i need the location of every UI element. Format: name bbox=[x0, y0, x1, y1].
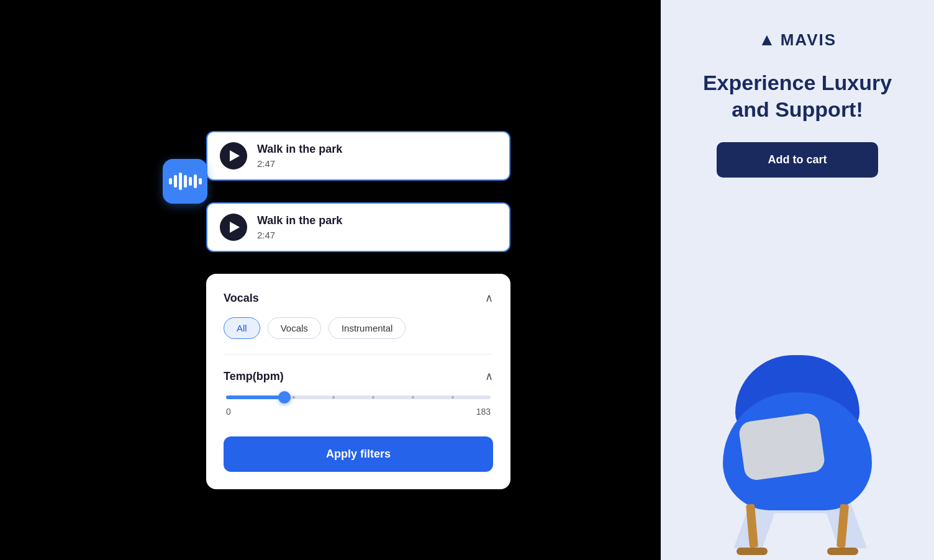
vocals-header: Vocals ∧ bbox=[224, 291, 493, 305]
mavis-logo-icon: ▲ bbox=[758, 30, 776, 50]
slider-fill bbox=[226, 395, 284, 399]
brand-logo: ▲ MAVIS bbox=[758, 30, 837, 50]
chair-foot-left bbox=[737, 548, 768, 555]
track-card-1: Walk in the park 2:47 bbox=[206, 131, 510, 181]
chair-foot-right bbox=[827, 548, 858, 555]
add-to-cart-button[interactable]: Add to cart bbox=[717, 142, 878, 178]
audio-badge bbox=[163, 159, 207, 204]
slider-dots bbox=[292, 396, 454, 399]
slider-max-label: 183 bbox=[476, 407, 491, 417]
track-name-1: Walk in the park bbox=[257, 143, 342, 156]
filter-chip-instrumental[interactable]: Instrumental bbox=[329, 317, 406, 339]
chair-area: A bbox=[683, 207, 912, 560]
vocals-section: Vocals ∧ All Vocals Instrumental bbox=[224, 291, 493, 339]
vocals-options: All Vocals Instrumental bbox=[224, 317, 493, 339]
tempo-label: Temp(bpm) bbox=[224, 370, 284, 383]
filter-chip-all[interactable]: All bbox=[224, 317, 260, 339]
audio-wave-icon bbox=[169, 173, 202, 190]
slider-thumb[interactable] bbox=[278, 391, 291, 404]
brand-tagline: Experience Luxury and Support! bbox=[683, 70, 912, 122]
right-panel: ▲ MAVIS Experience Luxury and Support! A… bbox=[661, 0, 934, 560]
filter-chip-vocals[interactable]: Vocals bbox=[268, 317, 321, 339]
play-icon-2 bbox=[230, 222, 240, 233]
play-icon-1 bbox=[230, 150, 240, 161]
track-duration-1: 2:47 bbox=[257, 158, 342, 169]
track-name-2: Walk in the park bbox=[257, 214, 342, 227]
chair-leg-left bbox=[746, 504, 758, 548]
play-button-1[interactable] bbox=[220, 142, 247, 169]
track-info-1: Walk in the park 2:47 bbox=[257, 143, 342, 169]
chair-illustration bbox=[704, 361, 891, 560]
section-divider bbox=[224, 354, 493, 355]
slider-range-labels: 0 183 bbox=[226, 407, 491, 417]
apply-filters-button[interactable]: Apply filters bbox=[224, 436, 493, 472]
slider-min-label: 0 bbox=[226, 407, 231, 417]
tempo-section: Temp(bpm) ∧ bbox=[224, 369, 493, 417]
vocals-chevron-icon[interactable]: ∧ bbox=[485, 291, 493, 305]
chair-cushion bbox=[738, 412, 826, 481]
tempo-slider-container: 0 183 bbox=[224, 395, 493, 417]
left-content: Walk in the park 2:47 Walk in the park 2… bbox=[144, 63, 517, 497]
brand-name: MAVIS bbox=[781, 30, 837, 50]
left-panel: Walk in the park 2:47 Walk in the park 2… bbox=[0, 0, 661, 560]
filter-panel: Vocals ∧ All Vocals Instrumental Temp(bp… bbox=[206, 274, 510, 489]
scene: Walk in the park 2:47 Walk in the park 2… bbox=[0, 0, 934, 560]
vocals-label: Vocals bbox=[224, 292, 259, 305]
track-card-2: Walk in the park 2:47 bbox=[206, 202, 510, 252]
track-duration-2: 2:47 bbox=[257, 230, 342, 240]
tempo-header: Temp(bpm) ∧ bbox=[224, 369, 493, 383]
slider-track[interactable] bbox=[226, 395, 491, 399]
chair-leg-right bbox=[837, 504, 849, 548]
track-info-2: Walk in the park 2:47 bbox=[257, 214, 342, 240]
play-button-2[interactable] bbox=[220, 214, 247, 241]
tempo-chevron-icon[interactable]: ∧ bbox=[485, 369, 493, 383]
